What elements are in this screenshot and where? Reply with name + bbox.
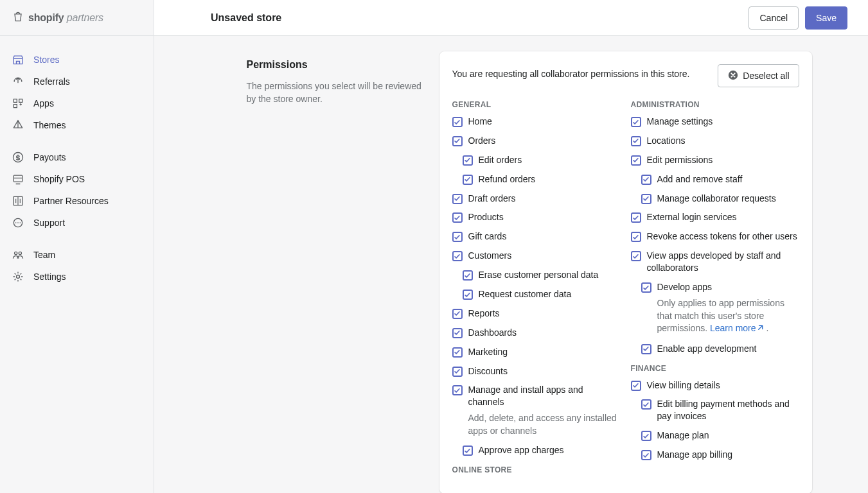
- checkbox[interactable]: [631, 117, 641, 127]
- dollar-icon: [12, 151, 24, 164]
- card-intro: You are requesting all collaborator perm…: [452, 64, 708, 81]
- sidebar-item-label: Payouts: [33, 152, 66, 162]
- permission-label: Edit orders: [479, 154, 522, 166]
- permission-label: Draft orders: [468, 193, 516, 205]
- permission-label: Request customer data: [479, 288, 572, 300]
- checkbox[interactable]: [631, 251, 641, 261]
- general-heading: GENERAL: [452, 100, 621, 109]
- sidebar-item-label: Team: [33, 250, 55, 260]
- permission-item: Discounts: [452, 365, 621, 377]
- checkbox[interactable]: [641, 194, 651, 204]
- permission-label: Gift cards: [468, 230, 507, 243]
- permission-label: Dashboards: [468, 327, 517, 339]
- cancel-button[interactable]: Cancel: [748, 6, 799, 30]
- permission-label: Discounts: [468, 365, 508, 377]
- checkbox[interactable]: [452, 232, 463, 242]
- checkbox[interactable]: [463, 155, 473, 166]
- permission-label: Edit billing payment methods and pay inv…: [657, 398, 799, 422]
- permission-item: Edit orders: [452, 154, 621, 166]
- permission-label: View apps developed by staff and collabo…: [647, 250, 799, 274]
- page-title: Unsaved store: [211, 12, 281, 24]
- checkbox[interactable]: [631, 381, 641, 391]
- permission-label: External login services: [647, 211, 737, 223]
- sidebar-item-support[interactable]: Support: [0, 212, 154, 234]
- administration-column: ADMINISTRATION Manage settingsLocationsE…: [631, 91, 799, 481]
- permission-item: Products: [452, 211, 621, 223]
- learn-more-link[interactable]: Learn more: [710, 323, 756, 333]
- sidebar-item-apps[interactable]: Apps: [0, 92, 154, 114]
- permission-item: Marketing: [452, 346, 621, 358]
- sidebar-item-team[interactable]: Team: [0, 244, 154, 266]
- checkbox[interactable]: [452, 328, 463, 338]
- shopify-bag-icon: [12, 10, 24, 25]
- sidebar-nav: StoresReferralsAppsThemes PayoutsShopify…: [0, 36, 154, 300]
- checkbox[interactable]: [641, 344, 651, 354]
- checkbox[interactable]: [641, 282, 651, 293]
- permission-label: Add and remove staff: [657, 173, 743, 186]
- sidebar-item-label: Stores: [33, 55, 59, 65]
- permission-label: Products: [468, 211, 504, 223]
- checkbox[interactable]: [641, 399, 651, 410]
- permission-item: Manage and install apps and channelsAdd,…: [452, 384, 621, 437]
- sidebar-item-referrals[interactable]: Referrals: [0, 71, 154, 92]
- permission-item: Dashboards: [452, 327, 621, 339]
- checkbox[interactable]: [452, 212, 463, 223]
- checkbox[interactable]: [631, 136, 641, 146]
- book-icon: [12, 195, 24, 207]
- permission-item: Edit billing payment methods and pay inv…: [631, 398, 799, 422]
- checkbox[interactable]: [463, 445, 473, 456]
- checkbox[interactable]: [452, 385, 463, 395]
- save-button[interactable]: Save: [805, 6, 847, 30]
- checkbox[interactable]: [463, 290, 473, 300]
- permission-label: Manage app billing: [657, 449, 733, 461]
- permission-item: Develop appsOnly applies to app permissi…: [631, 281, 799, 336]
- checkbox[interactable]: [452, 367, 463, 377]
- permission-item: Add and remove staff: [631, 173, 799, 186]
- checkbox[interactable]: [452, 194, 463, 204]
- sidebar-item-payouts[interactable]: Payouts: [0, 146, 154, 168]
- permission-item: Reports: [452, 307, 621, 320]
- checkbox[interactable]: [631, 212, 641, 223]
- permission-item: View apps developed by staff and collabo…: [631, 250, 799, 274]
- sidebar-item-label: Settings: [33, 272, 66, 282]
- topbar: Unsaved store Cancel Save: [154, 0, 868, 36]
- checkbox[interactable]: [463, 270, 473, 281]
- permission-label: Edit permissions: [647, 154, 713, 166]
- gear-icon: [12, 270, 24, 283]
- chat-icon: [12, 216, 24, 229]
- checkbox[interactable]: [452, 309, 463, 319]
- checkbox[interactable]: [641, 431, 651, 441]
- logo-text: shopify partners: [28, 12, 103, 24]
- checkbox[interactable]: [463, 175, 473, 185]
- permission-label: Manage and install apps and channels: [468, 384, 621, 408]
- apps-icon: [12, 97, 24, 110]
- checkbox[interactable]: [631, 232, 641, 242]
- checkbox[interactable]: [631, 155, 641, 166]
- permission-label: Erase customer personal data: [479, 269, 599, 281]
- permission-label: Refund orders: [479, 173, 536, 186]
- sidebar-item-label: Referrals: [33, 76, 70, 87]
- sidebar-item-partner-resources[interactable]: Partner Resources: [0, 190, 154, 212]
- checkbox[interactable]: [641, 450, 651, 460]
- permission-item: Refund orders: [452, 173, 621, 186]
- deselect-all-button[interactable]: Deselect all: [718, 64, 799, 87]
- permission-item: Erase customer personal data: [452, 269, 621, 281]
- permission-label: View billing details: [647, 379, 720, 392]
- external-link-icon: [756, 323, 764, 336]
- sidebar-item-shopify-pos[interactable]: Shopify POS: [0, 168, 154, 190]
- sidebar-item-settings[interactable]: Settings: [0, 266, 154, 288]
- sidebar-item-themes[interactable]: Themes: [0, 114, 154, 136]
- permission-label: Locations: [647, 135, 686, 147]
- checkbox[interactable]: [452, 347, 463, 358]
- permission-label: Reports: [468, 307, 500, 320]
- permissions-card: You are requesting all collaborator perm…: [439, 51, 812, 493]
- checkbox[interactable]: [452, 117, 463, 127]
- checkbox[interactable]: [452, 136, 463, 146]
- permission-item: View billing details: [631, 379, 799, 392]
- checkbox[interactable]: [452, 251, 463, 261]
- sidebar: shopify partners StoresReferralsAppsThem…: [0, 0, 154, 493]
- storefront-icon: [12, 53, 24, 66]
- finance-heading: FINANCE: [631, 364, 799, 373]
- sidebar-item-stores[interactable]: Stores: [0, 49, 154, 71]
- checkbox[interactable]: [641, 175, 651, 185]
